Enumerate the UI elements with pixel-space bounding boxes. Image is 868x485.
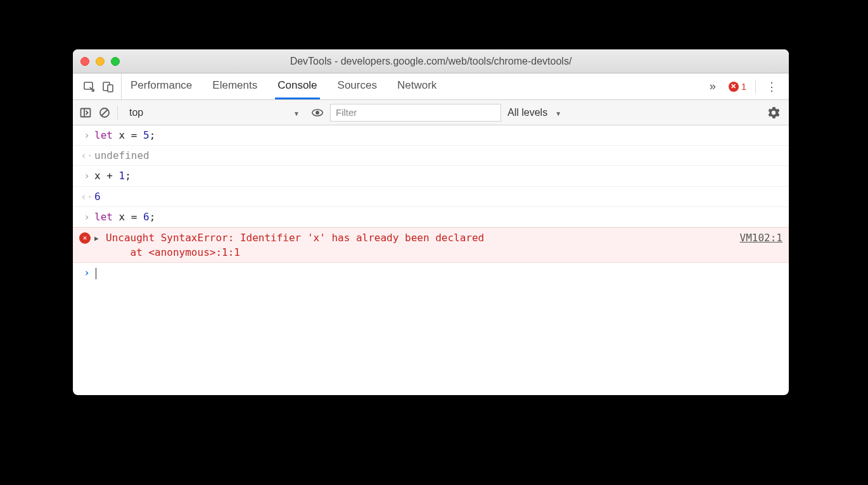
console-prompt-row[interactable]: › [73, 263, 789, 282]
chevron-down-icon [551, 107, 561, 118]
tab-performance[interactable]: Performance [128, 73, 195, 99]
minimize-icon[interactable] [96, 57, 105, 66]
input-chevron-icon: › [79, 210, 94, 224]
tab-sources[interactable]: Sources [335, 73, 380, 99]
prompt-input[interactable] [94, 265, 96, 280]
tabs-overflow-button[interactable]: » [703, 73, 722, 99]
tab-elements[interactable]: Elements [210, 73, 260, 99]
divider [117, 106, 118, 120]
console-output-row: ‹·6 [73, 187, 789, 207]
close-icon[interactable] [80, 57, 89, 66]
more-menu-button[interactable]: ⋮ [762, 80, 781, 94]
error-message: Uncaught SyntaxError: Identifier 'x' has… [106, 230, 727, 260]
tabs: PerformanceElementsConsoleSourcesNetwork [122, 73, 703, 99]
svg-rect-2 [108, 85, 113, 92]
traffic-lights [80, 57, 120, 66]
console-output-row: ‹·undefined [73, 146, 789, 166]
error-count: 1 [741, 81, 746, 92]
device-toggle-icon[interactable] [102, 80, 115, 93]
code-line: x + 1; [94, 168, 131, 183]
error-icon: ✕ [79, 232, 91, 244]
context-label: top [129, 107, 143, 118]
chevron-down-icon [290, 107, 300, 118]
input-chevron-icon: › [79, 128, 94, 142]
error-count-badge[interactable]: ✕ 1 [726, 81, 749, 92]
maximize-icon[interactable] [111, 57, 120, 66]
svg-rect-3 [81, 108, 91, 117]
filter-input[interactable] [330, 104, 501, 122]
disclosure-triangle-icon[interactable]: ▶ [94, 234, 103, 244]
code-line: let x = 5; [94, 128, 155, 142]
prompt-chevron-icon: › [79, 265, 94, 280]
inspect-icon[interactable] [83, 80, 96, 93]
tab-network[interactable]: Network [395, 73, 439, 99]
clear-console-icon[interactable] [98, 106, 111, 119]
console-output[interactable]: ›let x = 5;‹·undefined›x + 1;‹·6›let x =… [73, 125, 789, 395]
console-toolbar: top All levels [73, 100, 789, 125]
window-title: DevTools - developers.google.com/web/too… [73, 56, 789, 67]
output-value: 6 [94, 189, 101, 204]
error-icon: ✕ [729, 82, 739, 92]
context-selector[interactable]: top [124, 107, 305, 118]
divider [755, 80, 756, 94]
console-settings-icon[interactable] [765, 106, 782, 119]
console-input-row: ›let x = 5; [73, 125, 789, 146]
console-input-row: ›x + 1; [73, 166, 789, 186]
titlebar: DevTools - developers.google.com/web/too… [73, 49, 789, 73]
output-chevron-icon: ‹· [79, 148, 94, 163]
input-chevron-icon: › [79, 168, 94, 183]
console-error-row: ✕▶Uncaught SyntaxError: Identifier 'x' h… [73, 227, 789, 263]
log-levels-dropdown[interactable]: All levels [507, 107, 561, 118]
error-source-link[interactable]: VM102:1 [727, 230, 782, 245]
output-chevron-icon: ‹· [79, 189, 94, 204]
console-input-row: ›let x = 6; [73, 207, 789, 227]
log-levels-label: All levels [507, 107, 547, 118]
tabs-bar: PerformanceElementsConsoleSourcesNetwork… [73, 73, 789, 100]
code-line: let x = 6; [94, 210, 155, 224]
svg-point-8 [316, 111, 319, 115]
devtools-window: DevTools - developers.google.com/web/too… [73, 49, 789, 395]
toggle-sidebar-icon[interactable] [79, 106, 92, 119]
tab-console[interactable]: Console [275, 73, 319, 99]
live-expression-icon[interactable] [311, 106, 324, 119]
output-value: undefined [94, 148, 150, 163]
svg-line-6 [101, 110, 108, 116]
